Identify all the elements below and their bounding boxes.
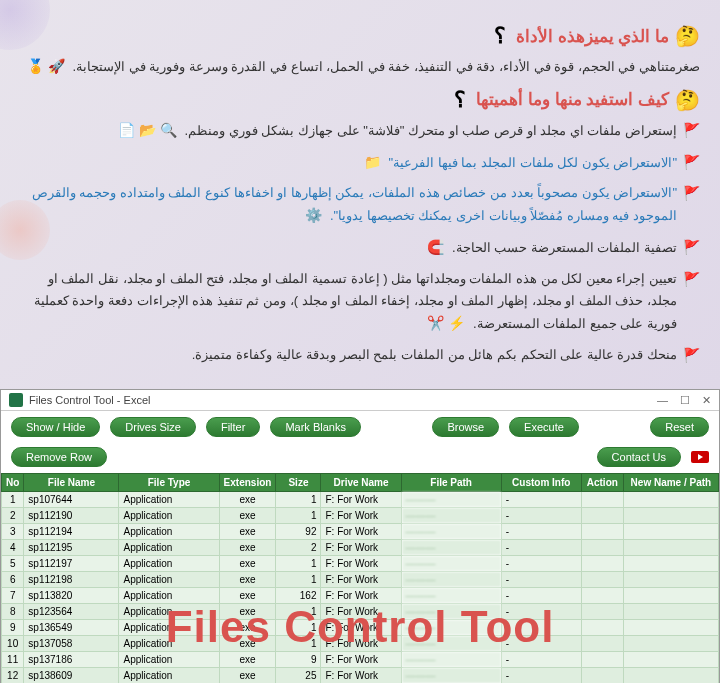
drives-size-button[interactable]: Drives Size [110, 417, 196, 437]
mark-blanks-button[interactable]: Mark Blanks [270, 417, 361, 437]
bullet-item: 🚩تعيين إجراء معين لكل من هذه الملفات ومج… [20, 268, 700, 340]
table-row[interactable]: 3sp112194Applicationexe92F: For Work———- [2, 524, 719, 540]
data-grid[interactable]: No File Name File Type Extension Size Dr… [1, 473, 719, 683]
maximize-button[interactable]: ☐ [680, 394, 690, 407]
contact-us-button[interactable]: Contact Us [597, 447, 681, 467]
close-button[interactable]: ✕ [702, 394, 711, 407]
bullet-item: 🚩منحك قدرة عالية على التحكم بكم هائل من … [20, 344, 700, 370]
grid-wrap: Files Control Tool No File Name File Typ… [1, 473, 719, 683]
title-2-text: كيف استفيد منها وما أهميتها [476, 89, 669, 110]
bullet-text: "الاستعراض يكون مصحوباً بعدد من خصائص هذ… [20, 182, 677, 228]
remove-row-button[interactable]: Remove Row [11, 447, 107, 467]
youtube-icon[interactable] [691, 451, 709, 463]
header-row: No File Name File Type Extension Size Dr… [2, 474, 719, 492]
section-title-1: 🤔 ما الذي يميزهذه الأداة ؟ [20, 23, 700, 49]
execute-button[interactable]: Execute [509, 417, 579, 437]
col-action[interactable]: Action [581, 474, 623, 492]
question-mark-icon: ؟ [494, 23, 506, 49]
col-extension[interactable]: Extension [219, 474, 276, 492]
section-title-2: 🤔 كيف استفيد منها وما أهميتها ؟ [20, 87, 700, 113]
col-newname[interactable]: New Name / Path [623, 474, 718, 492]
col-drivename[interactable]: Drive Name [321, 474, 401, 492]
table-row[interactable]: 12sp138609Applicationexe25F: For Work———… [2, 668, 719, 683]
table-row[interactable]: 9sp136549Applicationexe1F: For Work———- [2, 620, 719, 636]
question-mark-icon: ؟ [454, 87, 466, 113]
col-custominfo[interactable]: Custom Info [501, 474, 581, 492]
promo-section: 🤔 ما الذي يميزهذه الأداة ؟ صغرمتناهي في … [0, 0, 720, 389]
bullet-text: تعيين إجراء معين لكل من هذه الملفات ومجل… [20, 268, 677, 336]
promo-line-1: صغرمتناهي في الحجم، قوة في الأداء، دقة ف… [20, 55, 700, 79]
browse-button[interactable]: Browse [432, 417, 499, 437]
bullet-item: 🚩تصفية الملفات المستعرضة حسب الحاجة. 🧲 [20, 236, 700, 264]
table-row[interactable]: 7sp113820Applicationexe162F: For Work———… [2, 588, 719, 604]
minimize-button[interactable]: — [657, 394, 668, 407]
rocket-medal-icons: 🚀 🏅 [27, 58, 65, 74]
table-row[interactable]: 2sp112190Applicationexe1F: For Work———- [2, 508, 719, 524]
reset-button[interactable]: Reset [650, 417, 709, 437]
bullets-list: 🚩إستعراض ملفات اي مجلد او قرص صلب او متح… [20, 119, 700, 370]
bullet-end-icons: ⚙️ [305, 207, 326, 223]
filter-button[interactable]: Filter [206, 417, 260, 437]
app-window: Files Control Tool - Excel — ☐ ✕ Show / … [0, 389, 720, 683]
bullet-item: 🚩"الاستعراض يكون لكل ملفات المجلد بما في… [20, 151, 700, 179]
thinking-icon: 🤔 [675, 88, 700, 112]
flag-icon: 🚩 [683, 154, 700, 170]
table-row[interactable]: 5sp112197Applicationexe1F: For Work———- [2, 556, 719, 572]
bullet-text: إستعراض ملفات اي مجلد او قرص صلب او متحر… [118, 119, 677, 143]
window-controls: — ☐ ✕ [657, 394, 711, 407]
thinking-icon: 🤔 [675, 24, 700, 48]
table-row[interactable]: 11sp137186Applicationexe9F: For Work———- [2, 652, 719, 668]
table-row[interactable]: 4sp112195Applicationexe2F: For Work———- [2, 540, 719, 556]
flag-icon: 🚩 [683, 185, 700, 201]
bullet-item: 🚩"الاستعراض يكون مصحوباً بعدد من خصائص ه… [20, 182, 700, 232]
col-filename[interactable]: File Name [24, 474, 119, 492]
bullet-text: "الاستعراض يكون لكل ملفات المجلد بما فيه… [364, 151, 677, 175]
title-bar: Files Control Tool - Excel — ☐ ✕ [1, 390, 719, 411]
bullet-text: منحك قدرة عالية على التحكم بكم هائل من ا… [192, 344, 677, 366]
table-row[interactable]: 1sp107644Applicationexe1F: For Work———- [2, 492, 719, 508]
flag-icon: 🚩 [683, 122, 700, 138]
bullet-end-icons: 🧲 [427, 239, 448, 255]
table-row[interactable]: 6sp112198Applicationexe1F: For Work———- [2, 572, 719, 588]
flag-icon: 🚩 [683, 239, 700, 255]
bullet-end-icons: 🔍 📂 📄 [118, 122, 181, 138]
table-row[interactable]: 8sp123564Applicationexe1F: For Work———- [2, 604, 719, 620]
toolbar: Show / Hide Drives Size Filter Mark Blan… [1, 411, 719, 473]
table-row[interactable]: 10sp137058Applicationexe1F: For Work———- [2, 636, 719, 652]
col-filetype[interactable]: File Type [119, 474, 219, 492]
bullet-item: 🚩إستعراض ملفات اي مجلد او قرص صلب او متح… [20, 119, 700, 147]
col-no[interactable]: No [2, 474, 24, 492]
flag-icon: 🚩 [683, 271, 700, 287]
excel-icon [9, 393, 23, 407]
bullet-end-icons: 📁 [364, 154, 385, 170]
col-filepath[interactable]: File Path [401, 474, 501, 492]
bullet-text: تصفية الملفات المستعرضة حسب الحاجة. 🧲 [427, 236, 677, 260]
window-title: Files Control Tool - Excel [29, 394, 657, 406]
flag-icon: 🚩 [683, 347, 700, 363]
show-hide-button[interactable]: Show / Hide [11, 417, 100, 437]
bullet-end-icons: ⚡ ✂️ [427, 315, 469, 331]
col-size[interactable]: Size [276, 474, 321, 492]
title-1-text: ما الذي يميزهذه الأداة [516, 26, 669, 47]
